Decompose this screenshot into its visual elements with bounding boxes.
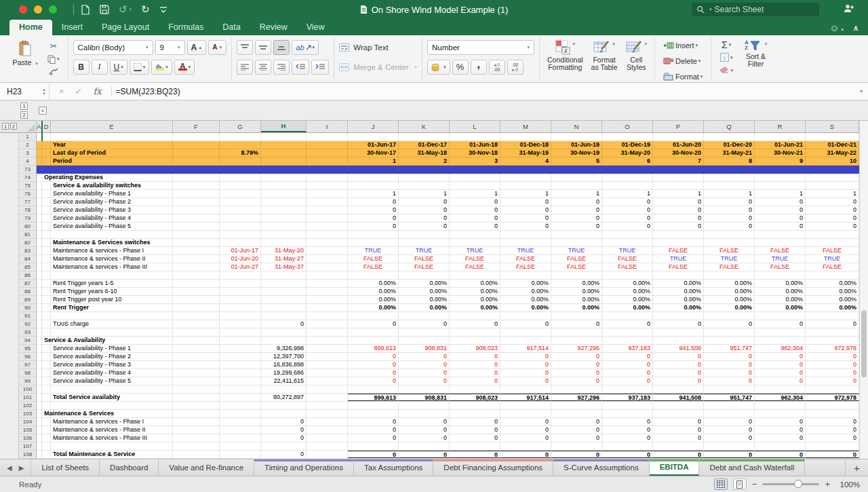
cell-R84[interactable]: TRUE	[755, 255, 806, 263]
cell-D92[interactable]	[42, 320, 51, 328]
cell-I2[interactable]	[307, 141, 348, 149]
column-header-F[interactable]: F	[173, 121, 220, 132]
cell-E76[interactable]: Service availability - Phase 1	[51, 190, 173, 197]
copy-button[interactable]: ▾	[44, 54, 63, 65]
cell-O100[interactable]	[602, 385, 653, 393]
row-header-97[interactable]: 97	[19, 361, 37, 369]
ribbon-tab-formulas[interactable]: Formulas	[159, 20, 213, 35]
cell-J73[interactable]	[348, 166, 399, 173]
cell-P98[interactable]: 0	[653, 369, 704, 377]
cell-H89[interactable]	[261, 296, 307, 303]
cell-Q98[interactable]: 0	[704, 369, 755, 377]
cell-J82[interactable]	[348, 239, 399, 246]
cell-L1[interactable]	[450, 133, 500, 140]
cell-F78[interactable]	[173, 206, 220, 214]
cell-R105[interactable]: 0	[755, 426, 806, 434]
cell-Q82[interactable]	[704, 239, 755, 246]
cell-M106[interactable]: 0	[500, 434, 551, 442]
cell-S95[interactable]: 972,978	[806, 345, 859, 352]
cell-O3[interactable]: 31-May-20	[602, 149, 653, 157]
cell-K96[interactable]: 0	[399, 353, 450, 360]
cell-Q97[interactable]: 0	[704, 361, 755, 368]
cell-O102[interactable]	[602, 402, 653, 409]
cell-N99[interactable]: 0	[551, 377, 602, 385]
cell-M97[interactable]: 0	[500, 361, 551, 368]
cell-S106[interactable]: 0	[806, 434, 859, 442]
cell-L87[interactable]: 0.00%	[450, 280, 500, 287]
cell-F81[interactable]	[173, 231, 220, 238]
merge-center-button[interactable]: Merge & Center ▾	[339, 58, 417, 75]
cell-O81[interactable]	[602, 231, 653, 238]
format-as-table-button[interactable]: ▾ Formatas Table	[589, 39, 620, 79]
number-format-select[interactable]: Number▾	[427, 40, 534, 55]
cell-F73[interactable]	[173, 166, 220, 173]
cell-O89[interactable]: 0.00%	[602, 296, 653, 303]
cell-D1[interactable]	[42, 133, 51, 140]
cell-A106[interactable]	[37, 434, 42, 442]
sheet-tab-s-curve-assumptions[interactable]: S-Curve Assumptions	[553, 459, 650, 476]
cell-S92[interactable]: 0	[806, 320, 859, 328]
cell-K79[interactable]: 0	[399, 214, 450, 222]
cell-P108[interactable]: 0	[653, 451, 704, 458]
cell-H88[interactable]	[261, 288, 307, 295]
cell-N98[interactable]: 0	[551, 369, 602, 377]
row-header-105[interactable]: 105	[19, 426, 37, 434]
cell-P87[interactable]: 0.00%	[653, 280, 704, 287]
cell-Q101[interactable]: 951,747	[704, 394, 755, 401]
cell-E82[interactable]: Maintenance & Services switches	[51, 239, 173, 246]
page-layout-view-button[interactable]	[733, 478, 747, 490]
cell-E75[interactable]: Service & availability switches	[51, 182, 173, 189]
cell-J103[interactable]	[348, 410, 399, 417]
cell-P79[interactable]: 0	[653, 214, 704, 222]
row-header-85[interactable]: 85	[19, 263, 37, 271]
ribbon-tab-insert[interactable]: Insert	[52, 20, 92, 35]
cell-P84[interactable]: TRUE	[653, 255, 704, 263]
cell-P102[interactable]	[653, 402, 704, 409]
cell-Q105[interactable]: 0	[704, 426, 755, 434]
cell-A104[interactable]	[37, 418, 42, 425]
cell-J99[interactable]: 0	[348, 377, 399, 385]
cell-A98[interactable]	[37, 369, 42, 377]
cell-A3[interactable]	[37, 149, 42, 157]
cell-I102[interactable]	[307, 402, 348, 409]
cell-J1[interactable]	[348, 133, 399, 140]
cell-F97[interactable]	[173, 361, 220, 368]
cell-F76[interactable]	[173, 190, 220, 197]
row-header-83[interactable]: 83	[19, 247, 37, 255]
cell-D102[interactable]	[42, 402, 51, 409]
cell-K94[interactable]	[399, 337, 450, 344]
cell-S2[interactable]: 01-Dec-21	[806, 141, 859, 149]
cell-H84[interactable]: 31-May-27	[261, 255, 307, 263]
cell-H98[interactable]: 19,299,686	[261, 369, 307, 377]
cell-O82[interactable]	[602, 239, 653, 246]
cell-I79[interactable]	[307, 214, 348, 222]
row-header-103[interactable]: 103	[19, 410, 37, 418]
cell-N76[interactable]: 1	[551, 190, 602, 197]
cell-M101[interactable]: 917,514	[500, 394, 551, 401]
row-outline-level-2-button[interactable]: 2	[10, 123, 17, 130]
cell-D97[interactable]	[42, 361, 51, 368]
cell-S107[interactable]	[806, 442, 859, 450]
cell-I81[interactable]	[307, 231, 348, 238]
cell-D106[interactable]	[42, 434, 51, 442]
underline-button[interactable]: U▾	[110, 60, 127, 75]
cell-M77[interactable]: 0	[500, 198, 551, 206]
cell-A88[interactable]	[37, 288, 42, 295]
cell-Q91[interactable]	[704, 312, 755, 320]
cell-Q96[interactable]: 0	[704, 353, 755, 360]
cell-D99[interactable]	[42, 377, 51, 385]
cell-N84[interactable]: FALSE	[551, 255, 602, 263]
cell-Q76[interactable]: 1	[704, 190, 755, 197]
cell-G92[interactable]	[220, 320, 261, 328]
cell-K78[interactable]: 0	[399, 206, 450, 214]
cell-L108[interactable]: 0	[450, 451, 500, 458]
cell-I101[interactable]	[307, 394, 348, 401]
cell-A4[interactable]	[37, 157, 42, 165]
cell-A78[interactable]	[37, 206, 42, 214]
cell-R88[interactable]: 0.00%	[755, 288, 806, 295]
cell-P99[interactable]: 0	[653, 377, 704, 385]
cell-P81[interactable]	[653, 231, 704, 238]
cell-L99[interactable]: 0	[450, 377, 500, 385]
cell-J91[interactable]	[348, 312, 399, 320]
cell-D74[interactable]: Operating Expenses	[42, 174, 51, 181]
